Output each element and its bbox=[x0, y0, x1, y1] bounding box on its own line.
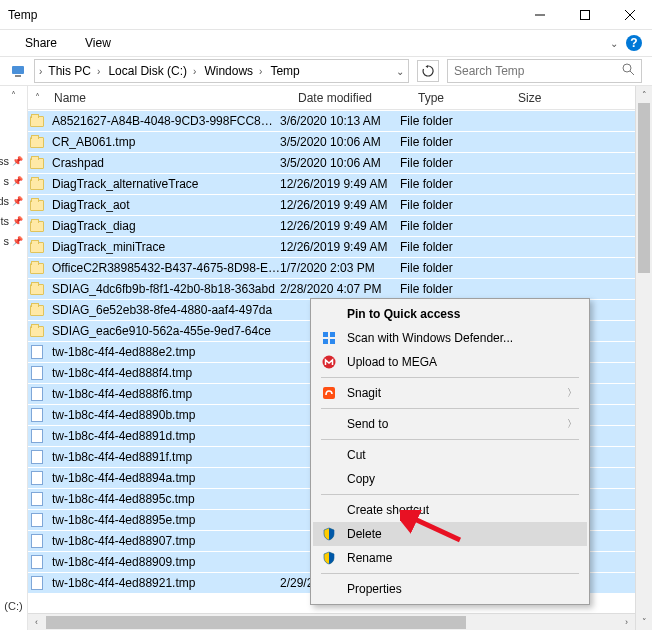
svg-point-6 bbox=[623, 64, 631, 72]
col-date[interactable]: Date modified bbox=[298, 91, 418, 105]
file-date: 3/5/2020 10:06 AM bbox=[280, 156, 400, 170]
pin-icon: 📌 bbox=[12, 156, 23, 166]
file-date: 1/7/2020 2:03 PM bbox=[280, 261, 400, 275]
hscroll-right-icon[interactable]: › bbox=[618, 617, 635, 627]
file-name: DiagTrack_aot bbox=[46, 198, 280, 212]
folder-icon bbox=[28, 263, 46, 274]
ribbon-tabs: Share View ⌄ ? bbox=[0, 30, 652, 56]
file-icon bbox=[28, 492, 46, 506]
window-title: Temp bbox=[8, 8, 37, 22]
folder-icon bbox=[28, 158, 46, 169]
file-icon bbox=[28, 366, 46, 380]
folder-icon bbox=[28, 200, 46, 211]
nav-pane[interactable]: ˄ ss📌 s📌 ds📌 ts📌 s📌 (C:) bbox=[0, 86, 28, 630]
minimize-button[interactable] bbox=[517, 0, 562, 30]
file-name: tw-1b8c-4f4-4ed88909.tmp bbox=[46, 555, 280, 569]
file-name: tw-1b8c-4f4-4ed888f4.tmp bbox=[46, 366, 280, 380]
file-name: tw-1b8c-4f4-4ed8890b.tmp bbox=[46, 408, 280, 422]
col-size[interactable]: Size bbox=[518, 91, 578, 105]
file-icon bbox=[28, 450, 46, 464]
mega-icon bbox=[321, 355, 337, 369]
table-row[interactable]: DiagTrack_miniTrace12/26/2019 9:49 AMFil… bbox=[28, 236, 635, 257]
menu-scan-defender[interactable]: Scan with Windows Defender... bbox=[313, 326, 587, 350]
submenu-arrow-icon: 〉 bbox=[567, 417, 577, 431]
close-button[interactable] bbox=[607, 0, 652, 30]
breadcrumb[interactable]: › This PC› Local Disk (C:)› Windows› Tem… bbox=[34, 59, 409, 83]
history-dropdown-icon[interactable]: ⌄ bbox=[396, 66, 404, 77]
file-type: File folder bbox=[400, 156, 500, 170]
search-placeholder: Search Temp bbox=[454, 64, 524, 78]
folder-icon bbox=[28, 221, 46, 232]
table-row[interactable]: Crashpad3/5/2020 10:06 AMFile folder bbox=[28, 152, 635, 173]
svg-rect-11 bbox=[330, 339, 335, 344]
vertical-scrollbar[interactable]: ˄ ˅ bbox=[635, 86, 652, 630]
file-name: DiagTrack_diag bbox=[46, 219, 280, 233]
file-name: tw-1b8c-4f4-4ed8894a.tmp bbox=[46, 471, 280, 485]
file-name: A8521627-A84B-4048-9CD3-998FCC8D47... bbox=[46, 114, 280, 128]
file-type: File folder bbox=[400, 177, 500, 191]
menu-send-to[interactable]: Send to 〉 bbox=[313, 412, 587, 436]
file-name: tw-1b8c-4f4-4ed888e2.tmp bbox=[46, 345, 280, 359]
address-bar: › This PC› Local Disk (C:)› Windows› Tem… bbox=[0, 56, 652, 86]
tab-view[interactable]: View bbox=[85, 36, 111, 50]
menu-create-shortcut[interactable]: Create shortcut bbox=[313, 498, 587, 522]
context-menu: Pin to Quick access Scan with Windows De… bbox=[310, 298, 590, 605]
file-date: 12/26/2019 9:49 AM bbox=[280, 177, 400, 191]
menu-snagit[interactable]: Snagit 〉 bbox=[313, 381, 587, 405]
file-type: File folder bbox=[400, 219, 500, 233]
table-row[interactable]: CR_AB061.tmp3/5/2020 10:06 AMFile folder bbox=[28, 131, 635, 152]
table-row[interactable]: SDIAG_4dc6fb9b-f8f1-42b0-8b18-363abd2/28… bbox=[28, 278, 635, 299]
table-row[interactable]: DiagTrack_aot12/26/2019 9:49 AMFile fold… bbox=[28, 194, 635, 215]
pin-icon: 📌 bbox=[12, 216, 23, 226]
scroll-thumb[interactable] bbox=[638, 103, 650, 273]
file-name: DiagTrack_alternativeTrace bbox=[46, 177, 280, 191]
menu-pin-quick-access[interactable]: Pin to Quick access bbox=[313, 302, 587, 326]
quick-item: ss📌 bbox=[0, 151, 27, 171]
file-date: 12/26/2019 9:49 AM bbox=[280, 219, 400, 233]
tab-share[interactable]: Share bbox=[25, 36, 57, 50]
menu-rename[interactable]: Rename bbox=[313, 546, 587, 570]
pin-icon: 📌 bbox=[12, 236, 23, 246]
table-row[interactable]: DiagTrack_diag12/26/2019 9:49 AMFile fol… bbox=[28, 215, 635, 236]
column-headers[interactable]: ˄ Name Date modified Type Size bbox=[28, 86, 635, 110]
crumb-windows: Windows› bbox=[202, 64, 264, 78]
col-scroll-up-icon[interactable]: ˄ bbox=[28, 92, 46, 103]
menu-upload-mega[interactable]: Upload to MEGA bbox=[313, 350, 587, 374]
menu-delete[interactable]: Delete bbox=[313, 522, 587, 546]
quick-item: s📌 bbox=[0, 231, 27, 251]
file-type: File folder bbox=[400, 198, 500, 212]
hscroll-left-icon[interactable]: ‹ bbox=[28, 617, 45, 627]
file-type: File folder bbox=[400, 261, 500, 275]
folder-icon bbox=[28, 242, 46, 253]
file-icon bbox=[28, 555, 46, 569]
folder-icon bbox=[28, 284, 46, 295]
col-type[interactable]: Type bbox=[418, 91, 518, 105]
chevron-right-icon[interactable]: › bbox=[39, 66, 42, 77]
horizontal-scrollbar[interactable]: ‹ › bbox=[28, 613, 635, 630]
refresh-button[interactable] bbox=[417, 60, 439, 82]
file-name: CR_AB061.tmp bbox=[46, 135, 280, 149]
scroll-down-icon[interactable]: ˅ bbox=[636, 613, 652, 630]
maximize-button[interactable] bbox=[562, 0, 607, 30]
scroll-up-icon[interactable]: ˄ bbox=[636, 86, 652, 103]
menu-properties[interactable]: Properties bbox=[313, 577, 587, 601]
col-name[interactable]: Name bbox=[46, 91, 298, 105]
file-type: File folder bbox=[400, 114, 500, 128]
file-icon bbox=[28, 345, 46, 359]
table-row[interactable]: OfficeC2R38985432-B437-4675-8D98-E82...1… bbox=[28, 257, 635, 278]
menu-copy[interactable]: Copy bbox=[313, 467, 587, 491]
drive-label[interactable]: (C:) bbox=[0, 600, 27, 612]
table-row[interactable]: A8521627-A84B-4048-9CD3-998FCC8D47...3/6… bbox=[28, 110, 635, 131]
quick-item: s📌 bbox=[0, 171, 27, 191]
svg-rect-13 bbox=[323, 387, 335, 399]
ribbon-collapse-icon[interactable]: ⌄ bbox=[610, 38, 618, 49]
search-input[interactable]: Search Temp bbox=[447, 59, 642, 83]
help-icon[interactable]: ? bbox=[626, 35, 642, 51]
search-icon[interactable] bbox=[622, 63, 635, 79]
menu-cut[interactable]: Cut bbox=[313, 443, 587, 467]
hscroll-thumb[interactable] bbox=[46, 616, 466, 629]
file-date: 2/28/2020 4:07 PM bbox=[280, 282, 400, 296]
nav-scroll-up-icon[interactable]: ˄ bbox=[11, 90, 16, 101]
file-date: 12/26/2019 9:49 AM bbox=[280, 240, 400, 254]
table-row[interactable]: DiagTrack_alternativeTrace12/26/2019 9:4… bbox=[28, 173, 635, 194]
